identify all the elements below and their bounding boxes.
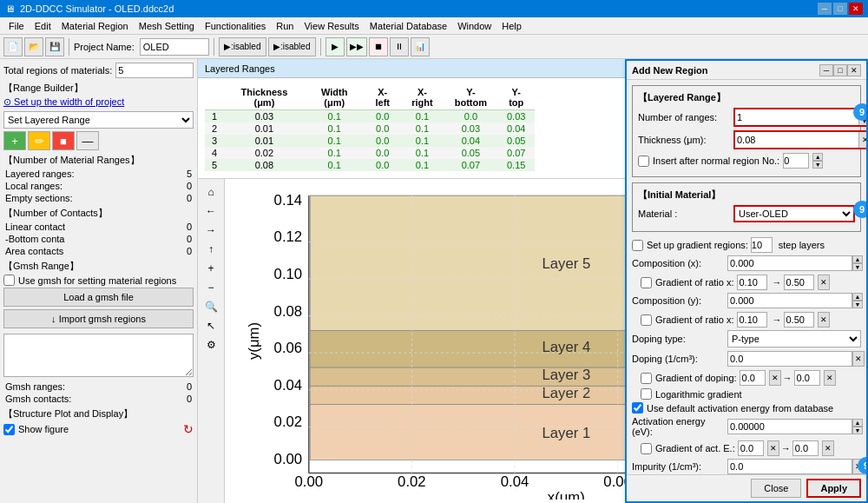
- project-name-input[interactable]: [140, 38, 209, 56]
- gradient-act-from[interactable]: [738, 440, 764, 456]
- insert-after-input[interactable]: [783, 153, 809, 169]
- show-figure-checkbox[interactable]: [3, 424, 15, 435]
- dialog-close-button[interactable]: ✕: [847, 64, 861, 76]
- close-button[interactable]: Close: [751, 479, 801, 498]
- gradient-y-from[interactable]: [737, 312, 767, 328]
- maximize-button[interactable]: □: [833, 3, 847, 15]
- gradient-y-to[interactable]: [784, 312, 814, 328]
- total-regions-input[interactable]: [115, 63, 194, 78]
- impurity-input[interactable]: [727, 459, 852, 474]
- nav-right[interactable]: →: [202, 222, 220, 239]
- edit-range-button[interactable]: ✏: [28, 131, 50, 150]
- gradient-y-checkbox[interactable]: [641, 314, 652, 326]
- activation-energy-input[interactable]: [727, 419, 852, 434]
- set-gradient-checkbox[interactable]: [632, 240, 643, 251]
- doping-clear[interactable]: ✕: [852, 351, 865, 367]
- gradient-act-checkbox[interactable]: [641, 443, 652, 454]
- nav-up[interactable]: ↑: [202, 241, 220, 258]
- ae-up[interactable]: ▲: [852, 419, 863, 427]
- minimize-button[interactable]: ─: [818, 3, 832, 15]
- toolbar-new[interactable]: 📄: [3, 37, 23, 56]
- composition-y-input[interactable]: [727, 293, 852, 308]
- comp-x-up[interactable]: ▲: [852, 255, 863, 263]
- table-row[interactable]: 3 0.01 0.1 0.0 0.1 0.04 0.05: [205, 135, 535, 147]
- table-row[interactable]: 1 0.03 0.1 0.0 0.1 0.0 0.03: [205, 110, 535, 123]
- table-row[interactable]: 2 0.01 0.1 0.0 0.1 0.03 0.04: [205, 122, 535, 135]
- gradient-doping-from[interactable]: [740, 370, 766, 386]
- close-button[interactable]: ✕: [849, 3, 863, 15]
- menu-edit[interactable]: Edit: [30, 19, 56, 33]
- use-gmsh-checkbox[interactable]: [3, 275, 15, 286]
- menu-window[interactable]: Window: [452, 19, 496, 33]
- import-gmsh-button[interactable]: ↓ Import gmsh regions: [3, 309, 194, 328]
- menu-view-results[interactable]: View Results: [299, 19, 364, 33]
- toolbar-chart[interactable]: 📊: [411, 37, 430, 56]
- gradient-x-from[interactable]: [737, 275, 767, 290]
- apply-button[interactable]: Apply: [806, 479, 861, 498]
- gradient-act-to[interactable]: [792, 440, 819, 456]
- toolbar-stop[interactable]: ⏹: [369, 37, 388, 56]
- gradient-y-clear[interactable]: ✕: [818, 312, 830, 328]
- nav-cursor[interactable]: ↖: [202, 317, 220, 334]
- nav-settings[interactable]: ⚙: [202, 336, 220, 354]
- use-default-activation-checkbox[interactable]: [632, 402, 643, 414]
- menu-material-database[interactable]: Material Database: [365, 19, 452, 33]
- toolbar-disabled1[interactable]: ▶:isabled: [219, 37, 266, 56]
- toolbar-save[interactable]: 💾: [45, 37, 64, 56]
- ae-down[interactable]: ▼: [852, 427, 863, 434]
- toolbar-disabled2[interactable]: ▶:isabled: [268, 37, 316, 56]
- gradient-x-checkbox[interactable]: [641, 277, 652, 288]
- gradient-x-to[interactable]: [784, 275, 814, 290]
- nav-home[interactable]: ⌂: [202, 183, 220, 201]
- nav-zoom-out[interactable]: −: [202, 279, 220, 296]
- gradient-doping-to[interactable]: [794, 370, 820, 386]
- dialog-maximize-button[interactable]: □: [833, 64, 847, 76]
- nav-search[interactable]: 🔍: [202, 298, 220, 315]
- ga-to-clear[interactable]: ✕: [822, 440, 834, 456]
- toolbar-open[interactable]: 📂: [24, 37, 43, 56]
- cell-width: 0.1: [305, 147, 365, 159]
- number-ranges-input[interactable]: [735, 109, 858, 125]
- comp-y-up[interactable]: ▲: [852, 293, 863, 301]
- logarithmic-checkbox[interactable]: [641, 388, 652, 400]
- sep3: [320, 38, 321, 56]
- ga-from-clear[interactable]: ✕: [767, 440, 779, 456]
- toolbar-pause[interactable]: ⏸: [390, 37, 409, 56]
- table-row[interactable]: 4 0.02 0.1 0.0 0.1 0.05 0.07: [205, 147, 535, 159]
- dialog-minimize-button[interactable]: ─: [819, 64, 833, 76]
- add-range-button[interactable]: +: [3, 131, 26, 150]
- insert-after-checkbox[interactable]: [638, 156, 649, 167]
- set-gradient-input[interactable]: [751, 237, 773, 253]
- menu-file[interactable]: File: [3, 19, 30, 33]
- gradient-x-clear[interactable]: ✕: [818, 275, 830, 290]
- set-layered-dropdown[interactable]: Set Layered Range: [3, 111, 194, 129]
- menu-material-region[interactable]: Material Region: [56, 19, 134, 33]
- table-row[interactable]: 5 0.08 0.1 0.0 0.1 0.07 0.15: [205, 159, 535, 171]
- material-select[interactable]: User-OLED: [733, 205, 855, 222]
- gd-from-clear[interactable]: ✕: [769, 370, 781, 386]
- menu-run[interactable]: Run: [271, 19, 299, 33]
- extra-range-button[interactable]: —: [76, 131, 99, 150]
- insert-after-down[interactable]: ▼: [812, 161, 823, 169]
- comp-x-down[interactable]: ▼: [852, 263, 863, 271]
- menu-mesh-setting[interactable]: Mesh Setting: [134, 19, 200, 33]
- gd-to-clear[interactable]: ✕: [824, 370, 836, 386]
- nav-zoom-in[interactable]: +: [202, 260, 220, 277]
- composition-x-input[interactable]: [727, 255, 852, 271]
- set-width-link[interactable]: ⊙ Set up the width of project: [3, 96, 124, 108]
- comp-y-down[interactable]: ▼: [852, 301, 863, 308]
- gradient-doping-checkbox[interactable]: [641, 373, 652, 384]
- doping-input[interactable]: [727, 351, 852, 367]
- menu-functionalities[interactable]: Functionalities: [200, 19, 271, 33]
- insert-after-up[interactable]: ▲: [812, 153, 823, 161]
- delete-range-button[interactable]: ■: [52, 131, 75, 150]
- thickness-clear[interactable]: ✕: [858, 132, 866, 148]
- doping-type-select[interactable]: P-type N-type: [727, 330, 861, 347]
- gmsh-text-area[interactable]: [3, 334, 194, 377]
- load-gmsh-button[interactable]: Load a gmsh file: [3, 288, 194, 307]
- toolbar-play[interactable]: ▶: [326, 37, 345, 56]
- menu-help[interactable]: Help: [496, 19, 527, 33]
- nav-left[interactable]: ←: [202, 202, 220, 220]
- toolbar-play2[interactable]: ▶▶: [346, 37, 367, 56]
- thickness-input[interactable]: [735, 132, 858, 148]
